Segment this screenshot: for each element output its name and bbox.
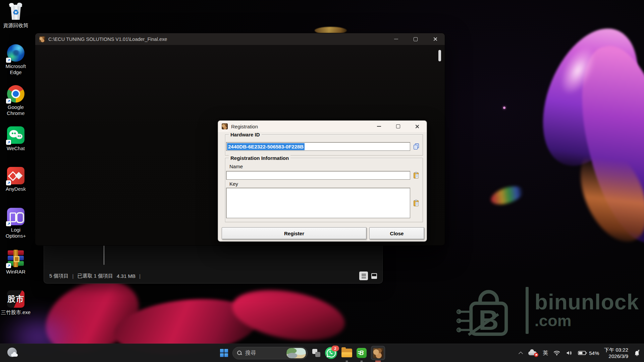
- dialog-maximize-button[interactable]: [388, 121, 408, 132]
- desktop-icon-recycle-bin[interactable]: ♻ 資源回收筒: [0, 3, 32, 28]
- registration-info-group: Registration Information Name Key: [225, 158, 423, 222]
- maximize-icon: [396, 124, 400, 128]
- start-button[interactable]: [220, 346, 228, 360]
- desktop-icon-wechat[interactable]: WeChat: [0, 126, 32, 152]
- desktop-icon-logi-options[interactable]: Logi Options+: [0, 208, 32, 239]
- registration-app-icon: [222, 123, 228, 129]
- desktop-icon-microsoft-edge[interactable]: Microsoft Edge: [0, 44, 32, 75]
- error-badge-icon: [534, 353, 538, 357]
- copy-icon: [413, 143, 420, 150]
- desktop-icon-label: Logi Options+: [0, 227, 31, 239]
- registration-titlebar[interactable]: Registration: [218, 121, 427, 132]
- onedrive-tray-icon[interactable]: [528, 350, 538, 356]
- registration-info-group-label: Registration Information: [229, 155, 290, 161]
- taskbar-green-app[interactable]: B: [357, 346, 367, 360]
- copy-hardware-id-button[interactable]: [412, 142, 421, 151]
- desktop-icon-stock-app[interactable]: 股市 三竹股市.exe: [0, 290, 32, 315]
- details-view-button[interactable]: [359, 272, 368, 280]
- active-app-indicator: [375, 361, 381, 362]
- paste-key-button[interactable]: [412, 199, 421, 207]
- paste-icon: [413, 172, 420, 179]
- loader-close-button[interactable]: [425, 33, 445, 45]
- paste-name-button[interactable]: [412, 171, 421, 180]
- green-app-icon: B: [357, 348, 367, 358]
- hardware-id-field[interactable]: 2440DB-6E2322-506583-0F228B: [226, 142, 410, 151]
- edge-icon: [7, 44, 24, 62]
- loader-maximize-button[interactable]: [406, 33, 425, 45]
- taskbar-file-explorer[interactable]: [341, 346, 352, 360]
- desktop-icon-google-chrome[interactable]: Google Chrome: [0, 85, 32, 116]
- hardware-id-group-label: Hardware ID: [229, 132, 262, 137]
- shortcut-arrow-icon: [6, 140, 11, 145]
- dialog-minimize-button[interactable]: [369, 121, 388, 132]
- desktop-icon-label: Microsoft Edge: [0, 63, 31, 75]
- whatsapp-badge: 2: [331, 346, 339, 351]
- battery-icon: [578, 351, 587, 355]
- desktop-icon-winrar[interactable]: WinRAR: [0, 250, 32, 275]
- tray-clock[interactable]: 下午 03:22 2026/3/9: [604, 347, 628, 360]
- close-button[interactable]: Close: [369, 227, 424, 239]
- loader-app-icon: [373, 348, 383, 358]
- taskbar-loader-app-active[interactable]: [371, 346, 385, 360]
- battery-percent: 54%: [589, 350, 599, 356]
- register-button[interactable]: Register: [222, 227, 367, 239]
- stock-app-icon: 股市: [7, 290, 24, 308]
- taskbar-search[interactable]: 搜尋: [232, 347, 308, 359]
- desktop: B binunlock .com ♻ 資源回收筒 Microsoft Edge …: [0, 0, 644, 362]
- folder-icon: [341, 349, 352, 357]
- anydesk-icon: [7, 167, 24, 184]
- tray-date: 2026/3/9: [604, 353, 628, 360]
- svg-text:B: B: [478, 305, 498, 336]
- wallpaper-shape: [489, 183, 525, 208]
- running-indicator: [346, 361, 348, 362]
- search-icon: [237, 351, 242, 356]
- tray-time: 下午 03:22: [604, 347, 628, 353]
- search-highlight-thumbnail[interactable]: [286, 348, 306, 359]
- status-separator: |: [72, 273, 74, 279]
- dialog-close-button[interactable]: [408, 121, 427, 132]
- recycle-bin-icon: ♻: [7, 3, 24, 21]
- tray-chevron-up-icon[interactable]: [519, 351, 523, 355]
- name-label: Name: [229, 164, 243, 169]
- shortcut-arrow-icon: [6, 99, 11, 104]
- wifi-icon[interactable]: [553, 349, 560, 357]
- task-view-button[interactable]: [312, 346, 321, 360]
- taskbar: 搜尋 2 B: [0, 344, 644, 362]
- thumbnail-view-icon: [371, 273, 377, 279]
- shortcut-arrow-icon: [6, 263, 11, 268]
- desktop-icon-anydesk[interactable]: AnyDesk: [0, 167, 32, 192]
- hardware-id-group: Hardware ID 2440DB-6E2322-506583-0F228B: [225, 134, 423, 156]
- explorer-scrollbar[interactable]: [104, 245, 104, 265]
- taskbar-whatsapp[interactable]: 2: [325, 346, 337, 360]
- ime-language-indicator[interactable]: 英: [543, 350, 548, 357]
- desktop-icon-label: 三竹股市.exe: [1, 309, 31, 315]
- wechat-icon: [7, 126, 24, 144]
- green-app-letter: B: [360, 350, 364, 357]
- loader-minimize-button[interactable]: [386, 33, 406, 45]
- close-icon: [415, 124, 419, 129]
- weather-widget[interactable]: [5, 346, 19, 360]
- logi-options-icon: [7, 208, 24, 225]
- loader-titlebar[interactable]: C:\ECU TUNING SOLUTIONS V1.01\Loader_Fin…: [35, 33, 445, 45]
- registration-dialog: Registration Hardware ID 2440DB-6E2322-5…: [218, 120, 427, 242]
- battery-indicator[interactable]: 54%: [578, 350, 599, 356]
- running-indicator: [361, 361, 363, 362]
- key-input[interactable]: [226, 188, 410, 218]
- notification-bell-icon[interactable]: [633, 349, 641, 357]
- search-placeholder: 搜尋: [245, 350, 283, 357]
- selected-size: 4.31 MB: [117, 273, 136, 279]
- watermark-brand: binunlock: [535, 292, 639, 312]
- paste-icon: [413, 199, 420, 207]
- name-input[interactable]: [226, 171, 410, 180]
- wallpaper-shape: [503, 107, 505, 109]
- shortcut-arrow-icon: [6, 58, 11, 63]
- windows-logo-icon: [220, 349, 228, 357]
- speaker-icon[interactable]: [566, 349, 573, 357]
- large-icons-view-button[interactable]: [370, 272, 378, 280]
- task-view-icon: [312, 349, 321, 357]
- loader-scrollbar-thumb[interactable]: [438, 50, 441, 61]
- desktop-icon-label: 資源回收筒: [3, 22, 29, 28]
- desktop-icon-label: Google Chrome: [0, 104, 31, 116]
- shortcut-arrow-icon: [6, 221, 11, 226]
- binunlock-watermark: B binunlock .com: [456, 284, 639, 337]
